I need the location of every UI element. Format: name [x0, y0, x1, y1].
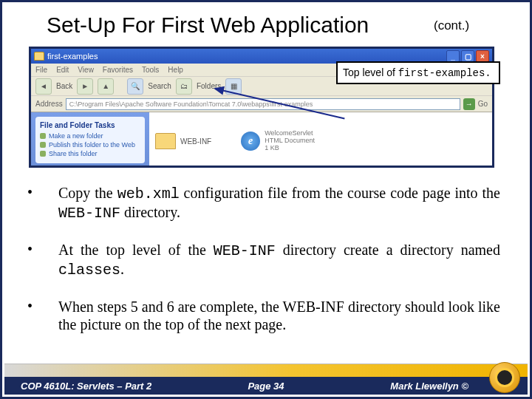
menu-help[interactable]: Help	[168, 66, 183, 74]
bullet-list: • Copy the web.xml configuration file fr…	[27, 184, 500, 351]
folder-icon	[155, 133, 176, 149]
callout-box: Top level of first-examples.	[336, 61, 500, 84]
menu-edit[interactable]: Edit	[56, 66, 69, 74]
forward-button[interactable]: ►	[77, 78, 93, 95]
bullet-2: • At the top level of the WEB-INF direct…	[27, 241, 500, 280]
back-button[interactable]: ◄	[35, 78, 52, 95]
callout-code: first-examples.	[398, 67, 491, 79]
footer: COP 4610L: Servlets – Part 2 Page 34 Mar…	[4, 364, 528, 395]
menu-tools[interactable]: Tools	[142, 66, 159, 74]
menu-view[interactable]: View	[78, 66, 94, 74]
address-path: C:\Program Files\Apache Software Foundat…	[69, 100, 313, 108]
footer-author: Mark Llewellyn ©	[390, 381, 468, 392]
go-button[interactable]: →	[463, 98, 475, 110]
minimize-button[interactable]: _	[446, 50, 460, 62]
file-size: 1 KB	[265, 145, 315, 152]
close-button[interactable]: ×	[476, 50, 489, 62]
bullet-3: • When steps 5 and 6 are complete, the W…	[27, 298, 500, 334]
folder-label: WEB-INF	[180, 137, 211, 146]
search-label: Search	[148, 82, 171, 90]
task-publish[interactable]: Publish this folder to the Web	[40, 141, 140, 149]
folder-icon	[34, 52, 44, 61]
tasks-pane: File and Folder Tasks Make a new folder …	[31, 112, 149, 168]
footer-page: Page 34	[248, 381, 284, 392]
menu-file[interactable]: File	[35, 66, 47, 74]
search-icon[interactable]: 🔍	[127, 78, 143, 95]
tasks-header: File and Folder Tasks	[40, 121, 140, 129]
menu-favorites[interactable]: Favorites	[103, 66, 133, 74]
ucf-logo-icon	[489, 362, 520, 393]
go-label: Go	[478, 100, 488, 108]
folders-icon[interactable]: 🗂	[176, 78, 192, 95]
maximize-button[interactable]: ▢	[461, 50, 474, 62]
ie-icon: e	[241, 132, 260, 151]
slide-title-cont: (cont.)	[434, 18, 469, 33]
slide-title: Set-Up For First Web Application	[47, 13, 369, 38]
file-welcome-servlet[interactable]: e WelcomeServlet HTML Document 1 KB	[241, 118, 315, 164]
folder-web-inf[interactable]: WEB-INF	[155, 118, 211, 164]
window-title: first-examples	[47, 52, 98, 61]
callout-text: Top level of	[343, 66, 398, 78]
task-share[interactable]: Share this folder	[40, 150, 140, 157]
address-label: Address	[35, 100, 63, 108]
up-button[interactable]: ▲	[98, 78, 114, 95]
slide: Set-Up For First Web Application (cont.)…	[0, 0, 532, 399]
footer-left: COP 4610L: Servlets – Part 2	[21, 381, 151, 392]
file-area: WEB-INF e WelcomeServlet HTML Document 1…	[149, 112, 492, 168]
bullet-1: • Copy the web.xml configuration file fr…	[27, 184, 500, 223]
task-new-folder[interactable]: Make a new folder	[40, 132, 140, 140]
back-label: Back	[56, 82, 72, 90]
